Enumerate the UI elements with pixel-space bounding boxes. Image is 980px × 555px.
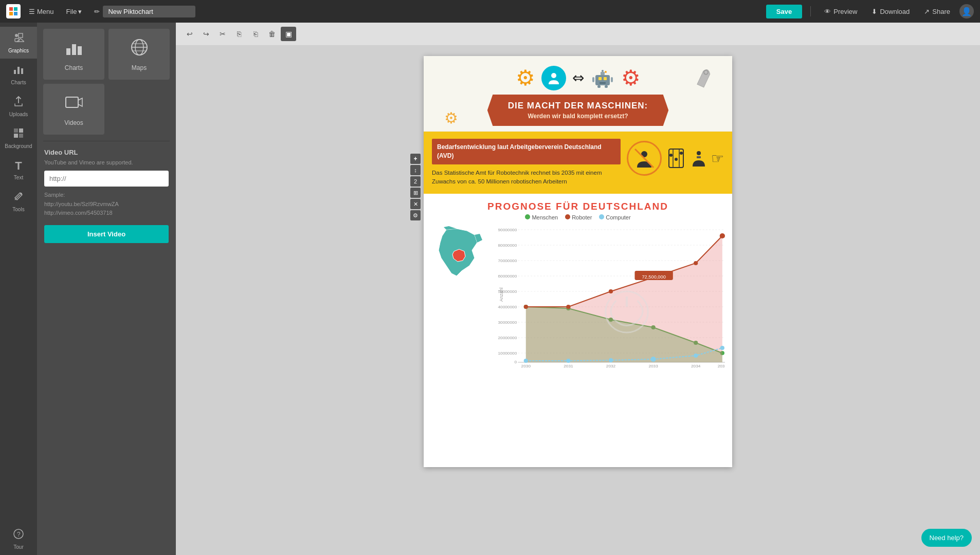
- pencil-icon: ✏: [94, 8, 100, 15]
- paste-button[interactable]: ⎗: [248, 27, 263, 41]
- float-add-button[interactable]: +: [410, 154, 421, 164]
- svg-text:60000000: 60000000: [498, 274, 517, 279]
- graphics-icon: [13, 32, 24, 46]
- robot-icon: [590, 66, 615, 90]
- banner-title: DIE MACHT DER MASCHINEN:: [508, 101, 648, 111]
- user-menu-button[interactable]: 👤: [959, 4, 974, 18]
- svg-point-81: [566, 305, 570, 309]
- video-url-section: Video URL YouTube and Vimeo are supporte…: [37, 141, 176, 247]
- eye-icon: 👁: [824, 8, 831, 15]
- sidebar-item-charts[interactable]: Charts: [0, 59, 37, 90]
- wrench-icon: [687, 63, 720, 98]
- svg-text:2031: 2031: [564, 364, 573, 368]
- share-button[interactable]: ↗ Share: [919, 6, 955, 17]
- cut-button[interactable]: ✂: [215, 27, 230, 41]
- legend-menschen: Menschen: [525, 214, 558, 220]
- float-tools: + ↕ 2 ⊞ ✕ ⚙: [410, 154, 421, 220]
- svg-marker-27: [78, 98, 82, 106]
- svg-text:2032: 2032: [606, 364, 616, 368]
- svg-rect-2: [9, 12, 13, 15]
- gear-bottom-left-icon: ⚙: [444, 109, 458, 127]
- undo-button[interactable]: ↩: [182, 27, 197, 41]
- chart-section: PROGNOSE FÜR DEUTSCHLAND Menschen Robote…: [424, 194, 732, 378]
- delete-button[interactable]: 🗑: [264, 27, 280, 41]
- main-area: Graphics Charts Uploads Background T Tex…: [0, 23, 980, 555]
- sidebar-item-uploads[interactable]: Uploads: [0, 90, 37, 122]
- app-logo: [6, 4, 21, 18]
- sidebar-item-label: Text: [14, 175, 23, 180]
- download-icon: ⬇: [872, 8, 877, 15]
- preview-button[interactable]: 👁 Preview: [819, 6, 862, 17]
- svg-text:2035: 2035: [718, 364, 725, 368]
- svg-text:0: 0: [515, 360, 517, 364]
- sidebar-item-text[interactable]: T Text: [0, 154, 37, 186]
- svg-rect-8: [14, 70, 16, 74]
- svg-point-93: [720, 346, 724, 350]
- divider: [810, 6, 811, 16]
- file-menu-button[interactable]: File ▾: [62, 6, 86, 17]
- svg-marker-7: [17, 39, 24, 42]
- yellow-body: Das Statistische Amt für Robotechnik rec…: [432, 169, 621, 187]
- maps-tile[interactable]: Maps: [108, 29, 170, 80]
- svg-point-4: [15, 34, 18, 37]
- text-icon: T: [15, 159, 22, 173]
- float-section-button[interactable]: 2: [410, 176, 421, 187]
- charts-tile[interactable]: Charts: [43, 29, 104, 80]
- save-button[interactable]: Save: [766, 5, 802, 18]
- gear-left-icon: ⚙: [516, 65, 535, 90]
- sidebar-item-label: Graphics: [8, 48, 29, 53]
- frame-button[interactable]: ▣: [281, 27, 296, 41]
- robot-controls-icon: [665, 147, 708, 170]
- svg-point-28: [551, 73, 556, 78]
- chevron-down-icon: ▾: [78, 8, 82, 15]
- float-expand-button[interactable]: ↕: [410, 165, 421, 175]
- yellow-heading: Bedarfsentwicklung laut Arbeitgeberverei…: [432, 139, 621, 164]
- charts-tile-icon: [64, 37, 84, 61]
- sidebar-item-tour[interactable]: ? Tour: [0, 523, 37, 555]
- sidebar-item-background[interactable]: Background: [0, 122, 37, 154]
- info-banner: DIE MACHT DER MASCHINEN: Werden wir bald…: [487, 95, 668, 126]
- svg-text:80000000: 80000000: [498, 243, 517, 248]
- video-url-input[interactable]: [44, 171, 169, 187]
- cursor-icon: ☞: [711, 150, 724, 167]
- float-close-button[interactable]: ✕: [410, 199, 421, 209]
- svg-point-88: [524, 359, 528, 363]
- sidebar-item-label: Uploads: [9, 112, 28, 117]
- svg-point-89: [566, 359, 570, 363]
- svg-point-34: [602, 70, 604, 72]
- svg-text:30000000: 30000000: [498, 320, 517, 325]
- svg-point-49: [697, 151, 701, 155]
- title-input[interactable]: [103, 6, 195, 17]
- maps-tile-icon: [129, 37, 150, 61]
- copy-button[interactable]: ⎘: [231, 27, 247, 41]
- user-icon: 👤: [961, 7, 972, 16]
- redo-button[interactable]: ↪: [198, 27, 214, 41]
- yellow-icons: ☞: [627, 139, 724, 176]
- svg-rect-9: [17, 67, 20, 74]
- sidebar-item-tools[interactable]: Tools: [0, 186, 37, 217]
- float-settings-button[interactable]: ⚙: [410, 210, 421, 220]
- svg-rect-18: [66, 48, 70, 55]
- svg-rect-10: [21, 68, 23, 74]
- topbar: ☰ Menu File ▾ ✏ Save 👁 Preview ⬇ Downloa…: [0, 0, 980, 23]
- svg-point-47: [675, 158, 678, 161]
- download-button[interactable]: ⬇ Download: [866, 6, 915, 17]
- svg-rect-0: [9, 7, 13, 11]
- sidebar-item-label: Tour: [13, 544, 23, 550]
- svg-rect-19: [72, 44, 76, 55]
- svg-point-92: [694, 354, 698, 358]
- person-icon: [541, 66, 566, 90]
- svg-point-39: [605, 71, 607, 73]
- svg-text:2033: 2033: [648, 364, 658, 368]
- videos-tile[interactable]: Videos: [43, 84, 104, 135]
- need-help-button[interactable]: Need help?: [921, 529, 972, 547]
- sidebar-item-graphics[interactable]: Graphics: [0, 27, 37, 59]
- menu-button[interactable]: ☰ Menu: [25, 6, 58, 17]
- insert-video-button[interactable]: Insert Video: [44, 225, 169, 243]
- editor-area: ↩ ↪ ✂ ⎘ ⎗ 🗑 ▣ + ↕ 2 ⊞ ✕ ⚙: [176, 23, 980, 555]
- svg-text:2030: 2030: [521, 364, 531, 368]
- uploads-icon: [13, 96, 24, 109]
- editor-toolbar: ↩ ↪ ✂ ⎘ ⎗ 🗑 ▣: [176, 23, 980, 46]
- banner-subtitle: Werden wir bald komplett ersetzt?: [508, 113, 648, 120]
- float-grid-button[interactable]: ⊞: [410, 188, 421, 198]
